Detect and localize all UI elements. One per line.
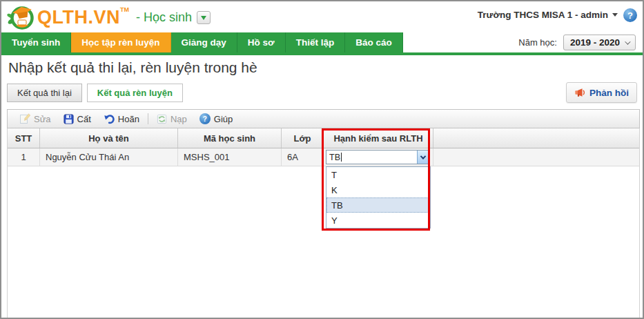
edit-label: Sửa <box>34 114 51 124</box>
chevron-down-icon <box>625 39 630 44</box>
dropdown-option-tb[interactable]: TB <box>326 197 430 213</box>
column-header-name[interactable]: Họ và tên <box>40 128 178 148</box>
results-grid: STT Họ và tên Mã học sinh Lớp Hạnh kiểm … <box>7 128 640 318</box>
module-dropdown-button[interactable] <box>197 11 211 24</box>
undo-icon <box>104 113 115 124</box>
account-label: Trường THCS MISA 1 - admin <box>478 10 608 20</box>
tab-ket-qua-ren-luyen[interactable]: Kết quả rèn luyện <box>87 84 183 102</box>
help-icon[interactable]: ? <box>623 8 637 22</box>
undo-button[interactable]: Hoãn <box>97 110 146 127</box>
logo-tm: TM <box>120 3 129 16</box>
nav-underline <box>1 52 643 55</box>
cell-code: MSHS_001 <box>178 148 282 166</box>
column-header-class[interactable]: Lớp <box>282 128 324 148</box>
school-year-value: 2019 - 2020 <box>570 37 620 48</box>
logo-text: QLTH.VN <box>37 3 120 31</box>
save-button[interactable]: Cất <box>57 110 97 127</box>
table-row[interactable]: 1 Nguyễn Cửu Thái An MSHS_001 6A TB <box>8 148 639 166</box>
undo-label: Hoãn <box>118 114 139 124</box>
column-header-code[interactable]: Mã học sinh <box>178 128 282 148</box>
save-icon <box>64 114 74 124</box>
save-label: Cất <box>77 114 91 124</box>
cell-conduct: TB <box>324 148 433 166</box>
account-menu[interactable]: Trường THCS MISA 1 - admin <box>478 10 618 20</box>
column-header-conduct[interactable]: Hạnh kiểm sau RLTH <box>324 128 433 148</box>
refresh-icon <box>157 114 167 124</box>
cell-filler <box>433 148 639 166</box>
grid-toolbar: Sửa Cất Hoãn <box>7 109 640 128</box>
result-tabs: Kết quả thi lại Kết quả rèn luyện <box>7 84 183 102</box>
conduct-dropdown-list: T K TB Y <box>326 166 431 229</box>
refresh-button[interactable]: Nạp <box>150 110 193 127</box>
grid-header-row: STT Họ và tên Mã học sinh Lớp Hạnh kiểm … <box>8 128 639 148</box>
logo[interactable]: QLTH.VN TM - Học sinh <box>7 3 211 31</box>
cell-stt: 1 <box>8 148 40 166</box>
conduct-combobox-dropdown-button[interactable] <box>417 151 429 164</box>
cell-name: Nguyễn Cửu Thái An <box>40 148 178 166</box>
megaphone-icon <box>574 88 585 97</box>
chevron-down-icon <box>420 153 426 159</box>
cell-class: 6A <box>282 148 324 166</box>
qlth-logo-icon <box>7 3 35 31</box>
conduct-combobox[interactable]: TB <box>326 150 429 164</box>
nav-tab-bao-cao[interactable]: Báo cáo <box>345 32 403 52</box>
module-label: - Học sinh <box>136 3 192 31</box>
nav-tab-ho-so[interactable]: Hồ sơ <box>237 32 286 52</box>
text-cursor <box>341 153 342 162</box>
page-title: Nhập kết quả thi lại, rèn luyện trong hè <box>8 59 257 76</box>
nav-tab-hoc-tap-ren-luyen[interactable]: Học tập rèn luyện <box>71 32 170 52</box>
feedback-label: Phản hồi <box>589 88 629 98</box>
column-header-filler <box>433 128 639 148</box>
nav-tab-thiet-lap[interactable]: Thiết lập <box>286 32 346 52</box>
school-year-dropdown[interactable]: 2019 - 2020 <box>563 35 636 50</box>
nav-tab-tuyen-sinh[interactable]: Tuyển sinh <box>1 32 71 52</box>
help-icon: ? <box>199 113 211 124</box>
tab-ket-qua-thi-lai[interactable]: Kết quả thi lại <box>7 84 82 102</box>
edit-button[interactable]: Sửa <box>13 110 57 127</box>
dropdown-option-t[interactable]: T <box>326 167 430 182</box>
school-year-area: Năm học: 2019 - 2020 <box>518 32 643 52</box>
feedback-button[interactable]: Phản hồi <box>566 82 637 103</box>
school-year-label: Năm học: <box>518 37 557 48</box>
app-window: QLTH.VN TM - Học sinh Trường THCS MISA 1… <box>0 0 644 319</box>
edit-icon <box>19 113 30 124</box>
toolbar-separator <box>148 113 148 124</box>
dropdown-option-y[interactable]: Y <box>326 213 430 228</box>
help-label: Giúp <box>214 114 233 124</box>
chevron-down-icon <box>612 13 618 17</box>
dropdown-option-k[interactable]: K <box>326 182 430 197</box>
app-header: QLTH.VN TM - Học sinh Trường THCS MISA 1… <box>1 1 643 32</box>
help-button[interactable]: ? Giúp <box>193 110 239 127</box>
main-nav: Tuyển sinh Học tập rèn luyện Giảng dạy H… <box>1 32 643 52</box>
nav-tab-giang-day[interactable]: Giảng dạy <box>171 32 237 52</box>
conduct-combobox-value: TB <box>326 151 417 164</box>
refresh-label: Nạp <box>170 114 187 124</box>
chevron-down-icon <box>201 16 206 20</box>
column-header-stt[interactable]: STT <box>8 128 40 148</box>
